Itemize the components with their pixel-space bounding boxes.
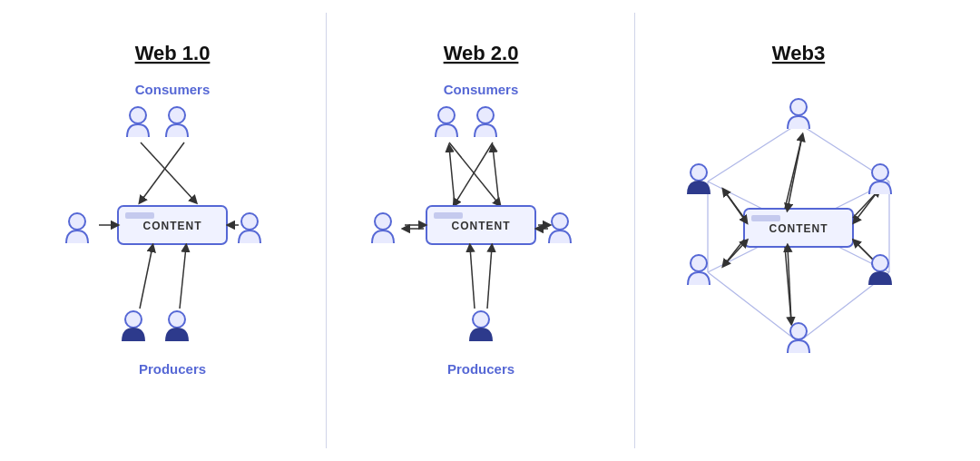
web2-diagram: Web 2.0 Consumers CONTENT — [340, 29, 622, 437]
web1-producers-label: Producers — [138, 361, 205, 377]
w3-poly1 — [708, 123, 799, 181]
web2-consumer-left — [436, 107, 457, 137]
svg-point-11 — [477, 107, 494, 123]
w2-prod-arr1 — [470, 247, 475, 309]
main-container: Web 1.0 Consumers — [18, 13, 962, 448]
svg-point-5 — [241, 213, 258, 230]
svg-point-6 — [125, 311, 142, 328]
web2-side-left-user — [372, 213, 394, 243]
producer-bottom-right — [166, 311, 188, 341]
producer-side-left — [66, 213, 88, 243]
consumer-right-1 — [166, 107, 188, 137]
w3-arr-rt-r — [855, 191, 878, 221]
web2-consumer-right — [475, 107, 496, 137]
w2-prod-arr2 — [487, 247, 492, 309]
web3-diagram: Web3 CONTENT — [644, 29, 953, 437]
svg-point-17 — [691, 164, 707, 181]
w2-arrow2 — [455, 142, 493, 204]
svg-point-4 — [69, 213, 85, 230]
web3-title: Web3 — [772, 42, 825, 64]
svg-point-14 — [473, 311, 489, 328]
web2-consumers-label: Consumers — [443, 82, 518, 97]
w3-arr-lb-r — [724, 241, 746, 265]
web1-title: Web 1.0 — [134, 42, 210, 64]
w3-arr-top-r — [788, 136, 802, 209]
svg-point-0 — [130, 107, 146, 123]
web2-content-label: CONTENT — [451, 220, 510, 232]
web1-consumers-label: Consumers — [134, 82, 210, 97]
web2-producer-bottom — [470, 311, 492, 341]
svg-point-19 — [691, 255, 707, 271]
w2-arrow4 — [493, 147, 499, 204]
svg-point-21 — [790, 323, 807, 339]
svg-point-13 — [552, 213, 568, 230]
web3-user-right-top — [869, 164, 891, 194]
w3-poly5 — [708, 272, 799, 342]
svg-point-20 — [872, 255, 888, 271]
web3-user-top — [788, 99, 809, 129]
web3-box-lines — [751, 215, 780, 221]
arrow-cross-2 — [141, 142, 184, 201]
arrow-producer-right-up — [180, 247, 186, 309]
web3-user-left-bottom — [688, 255, 710, 285]
producer-bottom-left — [122, 311, 144, 341]
web3-panel: Web3 CONTENT — [635, 13, 962, 448]
web1-diagram: Web 1.0 Consumers — [32, 29, 313, 437]
svg-point-12 — [375, 213, 391, 230]
svg-point-1 — [169, 107, 185, 123]
consumer-left-1 — [127, 107, 149, 137]
svg-point-18 — [872, 164, 888, 181]
producer-side-right — [239, 213, 260, 243]
web2-side-right-user — [549, 213, 571, 243]
w2-arrow3 — [449, 147, 455, 204]
web3-user-bottom — [788, 323, 809, 353]
arrow-cross-1 — [141, 142, 195, 201]
web2-producers-label: Producers — [446, 361, 514, 377]
web1-panel: Web 1.0 Consumers — [18, 13, 327, 448]
web2-title: Web 2.0 — [443, 42, 518, 64]
arrow-producer-left-up — [140, 247, 152, 309]
web1-box-lines — [125, 212, 154, 219]
svg-point-7 — [169, 311, 185, 328]
svg-point-16 — [790, 99, 807, 115]
web3-user-right-bottom — [869, 255, 891, 285]
web1-content-label: CONTENT — [142, 220, 201, 232]
svg-point-10 — [438, 107, 455, 123]
web3-content-label: CONTENT — [769, 222, 828, 235]
web3-user-left-top — [688, 164, 710, 194]
web2-panel: Web 2.0 Consumers CONTENT — [327, 13, 635, 448]
web2-box-lines — [434, 212, 463, 219]
